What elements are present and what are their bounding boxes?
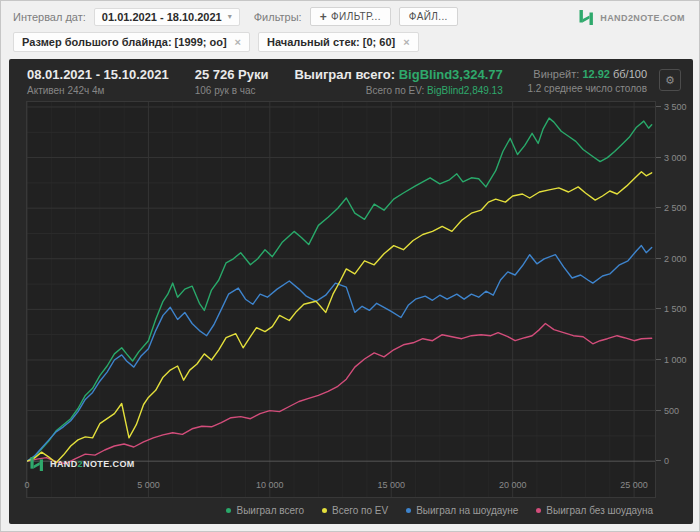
legend-label: Выиграл всего (236, 505, 304, 516)
legend-item-3[interactable]: Выиграл без шоудауна (536, 505, 653, 516)
x-tick-label: 15 000 (361, 480, 421, 490)
y-tick-label: 1 000 (664, 355, 687, 365)
x-tick-label: 10 000 (240, 480, 300, 490)
stat-winrate-units: бб/100 (613, 68, 647, 80)
stat-ev-value: BigBlind2,849.13 (427, 85, 503, 96)
chart-legend: Выиграл всегоВсего по EVВыиграл на шоуда… (226, 505, 653, 516)
series-line-1 (27, 172, 652, 463)
y-tick-label: 3 000 (664, 153, 687, 163)
y-tick-mark (656, 157, 661, 158)
hand2note-window: Интервал дат: 01.01.2021 - 18.10.2021 ▾ … (0, 0, 700, 532)
y-tick-label: 2 500 (664, 203, 687, 213)
add-filter-button[interactable]: + ФИЛЬТР... (310, 7, 391, 26)
stat-avg-tables: 1.2 среднее число столов (527, 83, 647, 94)
date-range-value: 01.01.2021 - 18.10.2021 (102, 11, 222, 23)
x-tick-label: 0 (0, 480, 57, 490)
legend-item-2[interactable]: Выиграл на шоудауне (406, 505, 518, 516)
y-tick-mark (656, 359, 661, 360)
add-filter-button-label: ФИЛЬТР... (331, 11, 381, 22)
x-tick-label: 5 000 (118, 480, 178, 490)
series-line-3 (27, 324, 652, 464)
y-tick-mark (656, 258, 661, 259)
winnings-chart-plot[interactable]: HAND2NOTE.COM (26, 101, 656, 498)
legend-dot (322, 508, 327, 513)
hand2note-logo-text: HAND2NOTE.COM (600, 13, 685, 23)
stats-header: 08.01.2021 - 15.10.2021 Активен 242ч 4м … (9, 59, 693, 101)
filter-chip-label: Начальный стек: [0; 60] (267, 36, 395, 48)
legend-label: Выиграл без шоудауна (546, 505, 653, 516)
toolbar: Интервал дат: 01.01.2021 - 18.10.2021 ▾ … (13, 7, 458, 26)
close-icon[interactable]: × (235, 36, 241, 48)
stat-ev-total: Всего по EV: BigBlind2,849.13 (294, 85, 502, 96)
stat-won-total: Выиграл всего: BigBlind3,324.77 (294, 67, 502, 82)
stat-won-value: BigBlind3,324.77 (399, 67, 503, 82)
y-tick-mark (656, 106, 661, 107)
stat-ev-label: Всего по EV: (366, 85, 425, 96)
stat-hands-per-hour: 106 рук в час (195, 85, 269, 96)
filter-chip-starting-stack[interactable]: Начальный стек: [0; 60] × (258, 32, 419, 52)
filter-chip-big-blind[interactable]: Размер большого блайнда: [1999; оо] × (13, 32, 250, 52)
stat-winnings: Выиграл всего: BigBlind3,324.77 Всего по… (294, 67, 502, 96)
active-filters-bar: Размер большого блайнда: [1999; оо] × На… (13, 32, 419, 52)
y-tick-label: 2 000 (664, 254, 687, 264)
plus-icon: + (320, 12, 327, 22)
legend-dot (406, 508, 411, 513)
y-tick-label: 3 500 (664, 102, 687, 112)
x-tick-label: 25 000 (604, 480, 664, 490)
stat-winrate: Винрейт: 12.92 бб/100 1.2 среднее число … (527, 68, 647, 94)
legend-item-1[interactable]: Всего по EV (322, 505, 388, 516)
hand2note-logo-icon (579, 10, 594, 25)
hand2note-logo: HAND2NOTE.COM (579, 10, 685, 25)
y-tick-mark (656, 207, 661, 208)
filter-chip-label: Размер большого блайнда: [1999; оо] (22, 36, 227, 48)
x-tick-label: 20 000 (483, 480, 543, 490)
file-button-label: ФАЙЛ... (409, 11, 448, 22)
y-tick-mark (656, 460, 661, 461)
y-tick-label: 500 (664, 406, 679, 416)
date-interval-label: Интервал дат: (13, 11, 86, 23)
stat-date-range: 08.01.2021 - 15.10.2021 Активен 242ч 4м (27, 67, 169, 96)
legend-label: Выиграл на шоудауне (416, 505, 518, 516)
stat-winrate-label: Винрейт: (533, 68, 579, 80)
watermark-text: HAND2NOTE.COM (50, 459, 135, 469)
report-panel: 08.01.2021 - 15.10.2021 Активен 242ч 4м … (9, 59, 693, 524)
chart-watermark: HAND2NOTE.COM (30, 457, 135, 471)
settings-gear-button[interactable]: ⚙ (659, 69, 681, 91)
series-line-0 (27, 118, 652, 461)
gear-icon: ⚙ (665, 74, 675, 87)
close-icon[interactable]: × (403, 36, 409, 48)
y-tick-mark (656, 410, 661, 411)
stat-hands-value: 25 726 Руки (195, 67, 269, 82)
hand2note-watermark-icon (30, 457, 44, 471)
filters-label: Фильтры: (254, 11, 302, 23)
stat-date-range-value: 08.01.2021 - 15.10.2021 (27, 67, 169, 82)
date-range-dropdown[interactable]: 01.01.2021 - 18.10.2021 ▾ (94, 8, 240, 26)
winnings-chart[interactable] (27, 102, 655, 497)
file-button[interactable]: ФАЙЛ... (399, 7, 458, 26)
stat-active-time: Активен 242ч 4м (27, 85, 169, 96)
stat-winrate-line: Винрейт: 12.92 бб/100 (527, 68, 647, 80)
legend-dot (536, 508, 541, 513)
y-tick-mark (656, 308, 661, 309)
y-tick-label: 0 (664, 456, 669, 466)
series-line-2 (27, 246, 652, 462)
y-tick-label: 1 500 (664, 304, 687, 314)
chevron-down-icon: ▾ (228, 12, 232, 21)
legend-item-0[interactable]: Выиграл всего (226, 505, 304, 516)
legend-dot (226, 508, 231, 513)
stat-hands: 25 726 Руки 106 рук в час (195, 67, 269, 96)
legend-label: Всего по EV (332, 505, 388, 516)
stat-winrate-value: 12.92 (582, 68, 610, 80)
stat-won-label: Выиграл всего: (294, 67, 395, 82)
